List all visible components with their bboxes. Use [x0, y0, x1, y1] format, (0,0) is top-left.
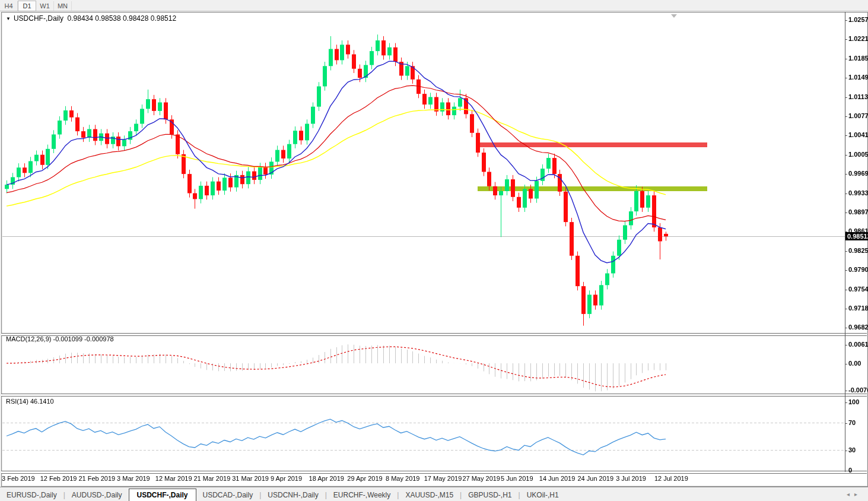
axis-tick-mark	[845, 251, 847, 252]
date-axis-label: 3 Feb 2019	[2, 475, 35, 482]
price-axis-label: 0.97900	[845, 266, 868, 273]
chevron-down-icon: ▼	[6, 16, 11, 21]
date-axis-label: 12 Mar 2019	[155, 475, 192, 482]
panel-splitter[interactable]	[1, 394, 867, 397]
current-price-tag: 0.98512	[845, 232, 868, 240]
axis-tick-mark	[845, 174, 847, 175]
axis-tick-mark	[845, 345, 847, 345]
tab-scroll-right-icon[interactable]: ▸	[854, 491, 862, 497]
panel-splitter[interactable]	[1, 333, 867, 336]
axis-tick-mark	[845, 471, 847, 471]
axis-tick-mark	[845, 97, 847, 98]
timeframe-button-w1[interactable]: W1	[36, 1, 54, 11]
axis-tick-mark	[845, 328, 847, 328]
timeframe-toolbar: H4D1W1MN	[0, 0, 868, 11]
symbol-tab-eurusd[interactable]: EURUSD-,Daily	[0, 489, 63, 501]
chart-shift-marker-icon	[671, 14, 677, 18]
date-axis-label: 27 May 2019	[462, 475, 500, 482]
symbol-tab-eurchf[interactable]: EURCHF-,Weekly	[327, 489, 397, 501]
date-axis-label: 5 Jun 2019	[501, 475, 533, 482]
price-axis-label: 0.99330	[845, 189, 868, 196]
price-axis-label: 1.00410	[845, 131, 868, 138]
price-axis-label: 1.01850	[845, 55, 868, 62]
date-axis-label: 17 May 2019	[424, 475, 462, 482]
timeframe-button-h4[interactable]: H4	[0, 1, 18, 11]
candlestick-chart-canvas[interactable]	[0, 0, 868, 501]
price-axis-label: 0.98250	[845, 247, 868, 254]
price-axis-label: 0.98970	[845, 208, 868, 215]
rsi-axis-label: 100	[845, 398, 859, 405]
macd-panel-label: MACD(12,26,9) -0.001099 -0.000978	[6, 335, 114, 343]
axis-tick-mark	[845, 59, 847, 59]
macd-axis-label: 0.00	[845, 360, 861, 367]
date-axis-label: 12 Jul 2019	[654, 475, 688, 482]
symbol-tab-xauusd[interactable]: XAUUSD-,M15	[399, 489, 460, 501]
axis-tick-mark	[845, 423, 847, 424]
macd-axis-label: -0.007612	[845, 386, 868, 394]
price-axis-label: 0.97540	[845, 286, 868, 293]
price-axis-label: 1.02570	[845, 16, 868, 23]
axis-tick-mark	[845, 364, 847, 364]
symbol-tab-audusd[interactable]: AUDUSD-,Daily	[65, 489, 129, 501]
price-axis-label: 0.97180	[845, 305, 868, 312]
panel-splitter[interactable]	[1, 471, 867, 474]
axis-tick-mark	[845, 39, 847, 40]
date-axis-label: 12 Feb 2019	[40, 475, 77, 482]
date-axis-label: 3 Jul 2019	[616, 475, 646, 482]
date-axis-label: 21 Mar 2019	[194, 475, 231, 482]
date-axis-label: 3 Mar 2019	[117, 475, 150, 482]
date-axis-label: 24 Jun 2019	[578, 475, 614, 482]
date-axis-label: 31 Mar 2019	[232, 475, 269, 482]
price-axis-label: 1.00050	[845, 151, 868, 158]
axis-tick-mark	[845, 116, 847, 117]
axis-tick-mark	[845, 194, 847, 194]
mt4-terminal: H4D1W1MN ▼USDCHF-,Daily 0.98434 0.98538 …	[0, 0, 868, 501]
symbol-tab-usdcnh[interactable]: USDCNH-,Daily	[261, 489, 325, 501]
axis-tick-mark	[845, 213, 847, 213]
date-axis-label: 29 Apr 2019	[347, 475, 382, 482]
timeframe-button-d1[interactable]: D1	[18, 1, 36, 11]
axis-tick-mark	[845, 78, 847, 78]
axis-tick-mark	[845, 155, 847, 156]
axis-tick-mark	[845, 391, 847, 391]
price-axis-label: 1.02210	[845, 35, 868, 42]
tab-scroll-left-icon[interactable]: ◂	[847, 491, 854, 497]
date-axis-label: 21 Feb 2019	[78, 475, 115, 482]
price-axis-label: 1.00770	[845, 112, 868, 119]
axis-tick-mark	[845, 135, 847, 136]
axis-tick-mark	[845, 309, 847, 309]
timeframe-button-mn[interactable]: MN	[54, 1, 72, 11]
price-axis-label: 0.99690	[845, 170, 868, 177]
date-axis-label: 14 Jun 2019	[539, 475, 576, 482]
tab-scroll-arrows[interactable]: ◂▸	[847, 491, 862, 497]
rsi-axis-label: 70	[845, 419, 856, 426]
macd-axis-label: 0.00613	[845, 341, 868, 348]
axis-tick-mark	[845, 451, 847, 451]
chart-title-symbol: USDCHF-,Daily	[14, 14, 63, 23]
symbol-tab-usdcad[interactable]: USDCAD-,Daily	[196, 489, 260, 501]
axis-tick-mark	[845, 290, 847, 290]
date-axis-label: 9 Apr 2019	[271, 475, 302, 482]
symbol-tab-gbpusd[interactable]: GBPUSD-,H1	[462, 489, 518, 501]
axis-tick-mark	[845, 20, 847, 21]
symbol-tab-usdchf[interactable]: USDCHF-,Daily	[129, 489, 196, 501]
axis-tick-mark	[845, 402, 847, 403]
price-axis-label: 1.01130	[845, 93, 868, 100]
chart-title: ▼USDCHF-,Daily 0.98434 0.98538 0.98428 0…	[6, 14, 176, 23]
symbol-tab-ukoil[interactable]: UKOil-,H1	[520, 489, 565, 501]
price-axis-label: 0.96820	[845, 324, 868, 331]
rsi-axis-label: 0	[845, 467, 852, 474]
date-axis-label: 18 Apr 2019	[309, 475, 344, 482]
axis-tick-mark	[845, 270, 847, 271]
symbol-tab-bar: EURUSD-,Daily|AUDUSD-,DailyUSDCHF-,Daily…	[0, 487, 868, 501]
date-axis-label: 8 May 2019	[386, 475, 419, 482]
chart-title-ohlc: 0.98434 0.98538 0.98428 0.98512	[68, 14, 177, 23]
rsi-panel-label: RSI(14) 46.1410	[6, 398, 54, 405]
price-axis-label: 1.01490	[845, 74, 868, 81]
rsi-axis-label: 30	[845, 446, 856, 454]
